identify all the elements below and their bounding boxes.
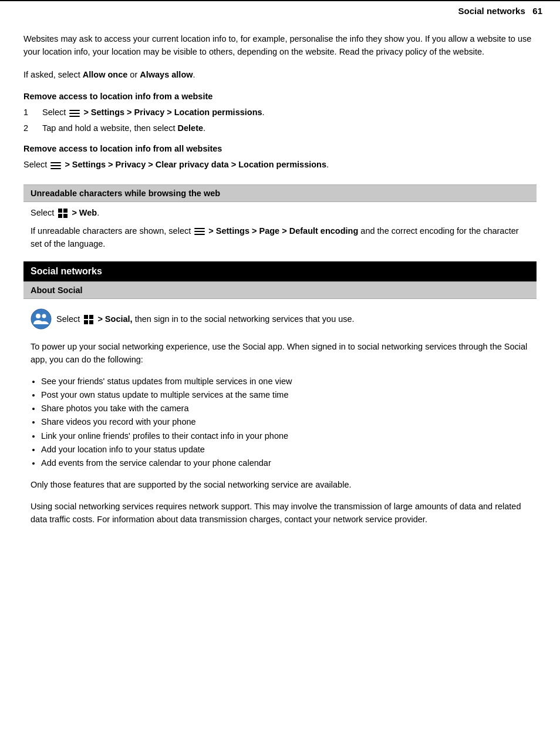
list-item: Link your online friends' profiles to th… — [41, 429, 529, 443]
unreadable-para-start: If unreadable characters are shown, sele… — [31, 226, 191, 236]
select-web-start: Select — [31, 208, 54, 217]
about-social-bar: About Social — [23, 281, 537, 299]
social-para1: To power up your social networking exper… — [23, 340, 537, 367]
section-social-networks: Social networks About Social Select — [23, 261, 537, 526]
svg-point-1 — [36, 314, 41, 318]
page-container: Social networks 61 Websites may ask to a… — [0, 0, 560, 739]
social-icon-rest: then sign in to the social networking se… — [135, 314, 355, 324]
section1-heading: Remove access to location info from a we… — [23, 92, 537, 101]
about-social-text: About Social — [31, 285, 83, 295]
list-item: See your friends' status updates from mu… — [41, 375, 529, 388]
unreadable-para: If unreadable characters are shown, sele… — [23, 224, 537, 251]
section1-steps: 1 Select > Settings > Privacy > Location… — [23, 106, 537, 135]
section2-end: . — [326, 160, 329, 169]
unreadable-gray-bar: Unreadable characters while browsing the… — [23, 184, 537, 202]
header-title: Social networks 61 — [458, 6, 542, 16]
page-number: 61 — [532, 6, 542, 16]
section-unreadable: Unreadable characters while browsing the… — [23, 184, 537, 251]
social-bullet-list: See your friends' status updates from mu… — [23, 375, 537, 470]
always-allow-text: Always allow — [140, 70, 193, 79]
list-item: Add events from the service calendar to … — [41, 456, 529, 470]
list-item: Post your own status update to multiple … — [41, 388, 529, 402]
section-remove-single: Remove access to location info from a we… — [23, 92, 537, 135]
social-networks-bar: Social networks — [23, 261, 537, 281]
select-web-bold: > Web — [72, 208, 97, 217]
step-2: 2 Tap and hold a website, then select De… — [23, 122, 537, 135]
list-item: Share videos you record with your phone — [41, 415, 529, 429]
step1-select: Select — [42, 108, 66, 117]
step-1: 1 Select > Settings > Privacy > Location… — [23, 106, 537, 119]
menu-icon-3 — [194, 227, 205, 236]
step2-bold: Delete — [178, 123, 204, 133]
social-para2: Only those features that are supported b… — [23, 478, 537, 491]
header-bar: Social networks 61 — [0, 0, 560, 21]
header-title-text: Social networks — [458, 6, 525, 16]
svg-point-0 — [31, 309, 51, 329]
apps-icon-1 — [58, 208, 68, 219]
social-app-icon — [31, 308, 52, 330]
social-icon-line: Select > Social, then sign in to the soc… — [23, 304, 537, 334]
apps-icon-2 — [83, 314, 94, 325]
section2-heading: Remove access to location info from all … — [23, 144, 537, 153]
unreadable-para-bold: > Settings > Page > Default encoding — [208, 226, 358, 236]
social-para3: Using social networking services require… — [23, 500, 537, 526]
social-select: Select — [56, 314, 80, 324]
period: . — [193, 70, 195, 79]
if-asked-line: If asked, select Allow once or Always al… — [23, 68, 537, 81]
section2-bold: > Settings > Privacy > Clear privacy dat… — [65, 160, 326, 169]
or-text: or — [130, 70, 137, 79]
content-area: Websites may ask to access your current … — [0, 21, 560, 546]
social-networks-title: Social networks — [31, 266, 102, 276]
step2-text: Tap and hold a website, then select — [42, 123, 176, 133]
select-web-line: Select > Web. — [23, 202, 537, 219]
svg-point-2 — [42, 314, 46, 318]
step1-bold: > Settings > Privacy > Location permissi… — [83, 108, 262, 117]
section2-select: Select — [23, 160, 47, 169]
unreadable-bar-text: Unreadable characters while browsing the… — [31, 189, 220, 198]
section2-select-line: Select > Settings > Privacy > Clear priv… — [23, 158, 537, 171]
select-web-end: . — [97, 208, 99, 217]
list-item: Share photos you take with the camera — [41, 402, 529, 415]
menu-icon-1 — [69, 109, 80, 117]
menu-icon-2 — [50, 162, 61, 170]
allow-once-text: Allow once — [83, 70, 128, 79]
list-item: Add your location info to your status up… — [41, 443, 529, 456]
section-remove-all: Remove access to location info from all … — [23, 144, 537, 171]
intro-paragraph: Websites may ask to access your current … — [23, 32, 537, 59]
step1-end: . — [262, 108, 265, 117]
if-asked-text: If asked, select — [23, 70, 80, 79]
social-icon-bold: > Social, — [97, 314, 132, 324]
step2-end: . — [203, 123, 205, 133]
